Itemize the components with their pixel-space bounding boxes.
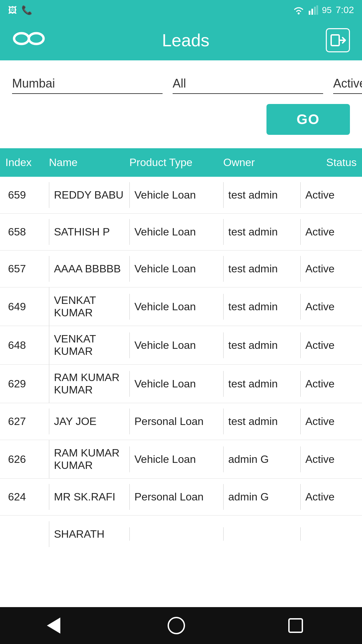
cell-name: SATHISH P xyxy=(49,219,129,245)
type-input[interactable] xyxy=(173,74,323,94)
table-row[interactable]: 627 JAY JOE Personal Loan test admin Act… xyxy=(0,403,362,440)
city-input[interactable] xyxy=(12,74,163,94)
cell-name: REDDY BABU xyxy=(49,182,129,208)
table-body: 659 REDDY BABU Vehicle Loan test admin A… xyxy=(0,177,362,607)
header-owner: Owner xyxy=(223,156,300,169)
header-name: Name xyxy=(49,156,129,169)
wifi-icon xyxy=(293,5,305,15)
table-row[interactable]: 657 AAAA BBBBB Vehicle Loan test admin A… xyxy=(0,251,362,287)
cell-name: JAY JOE xyxy=(49,409,129,434)
filter-row xyxy=(12,74,350,94)
cell-status: Active xyxy=(300,219,357,245)
status-bar-right: 95 7:02 xyxy=(293,5,354,15)
cell-owner: admin G xyxy=(223,484,300,510)
cell-product-type: Vehicle Loan xyxy=(129,294,223,320)
bottom-navigation xyxy=(0,607,362,644)
status-bar: 🖼 📞 95 7:02 xyxy=(0,0,362,20)
go-button[interactable]: GO xyxy=(266,104,350,135)
filter-section: GO xyxy=(0,60,362,148)
cell-name: AAAA BBBBB xyxy=(49,256,129,282)
back-button[interactable] xyxy=(47,618,74,634)
cell-status: Active xyxy=(300,256,357,282)
svg-rect-7 xyxy=(331,35,339,46)
cell-index: 657 xyxy=(5,256,49,282)
battery-level: 95 xyxy=(322,5,332,15)
app-bar: Leads xyxy=(0,20,362,60)
cell-index: 649 xyxy=(5,294,49,320)
image-icon: 🖼 xyxy=(8,5,17,15)
recents-button[interactable] xyxy=(288,618,315,633)
cell-index: 624 xyxy=(5,484,49,510)
signal-icon xyxy=(309,5,318,15)
cell-product-type xyxy=(129,527,223,541)
cell-owner: test admin xyxy=(223,371,300,397)
cell-status: Active xyxy=(300,371,357,397)
logout-button[interactable] xyxy=(326,28,350,52)
cell-product-type: Vehicle Loan xyxy=(129,332,223,358)
cell-status: Active xyxy=(300,294,357,320)
cell-status: Active xyxy=(300,332,357,358)
cell-owner: admin G xyxy=(223,446,300,472)
cell-owner: test admin xyxy=(223,409,300,434)
page-title: Leads xyxy=(162,30,209,50)
time-display: 7:02 xyxy=(336,5,354,15)
svg-point-0 xyxy=(298,12,300,14)
svg-rect-4 xyxy=(316,5,318,15)
status-filter xyxy=(333,74,362,94)
cell-owner: test admin xyxy=(223,332,300,358)
logout-icon xyxy=(330,32,346,48)
svg-rect-2 xyxy=(311,9,313,15)
cell-status: Active xyxy=(300,446,357,472)
table-row[interactable]: 648 VENKATKUMAR Vehicle Loan test admin … xyxy=(0,326,362,365)
cell-name: RAM KUMARKUMAR xyxy=(49,440,129,478)
cell-index: 626 xyxy=(5,446,49,472)
cell-status: Active xyxy=(300,182,357,208)
table-row[interactable]: 659 REDDY BABU Vehicle Loan test admin A… xyxy=(0,177,362,214)
home-button[interactable] xyxy=(168,617,194,634)
cell-owner: test admin xyxy=(223,294,300,320)
cell-product-type: Vehicle Loan xyxy=(129,219,223,245)
home-icon xyxy=(168,617,185,634)
cell-index: 659 xyxy=(5,182,49,208)
cell-name: RAM KUMARKUMAR xyxy=(49,365,129,403)
cell-name: VENKATKUMAR xyxy=(49,326,129,364)
cell-index: 648 xyxy=(5,332,49,358)
table-row[interactable]: 649 VENKATKUMAR Vehicle Loan test admin … xyxy=(0,287,362,326)
cell-product-type: Vehicle Loan xyxy=(129,182,223,208)
table-header: Index Name Product Type Owner Status xyxy=(0,148,362,177)
cell-status xyxy=(300,527,357,541)
svg-rect-1 xyxy=(309,11,310,15)
table-row[interactable]: 658 SATHISH P Vehicle Loan test admin Ac… xyxy=(0,214,362,251)
cell-index xyxy=(5,527,49,541)
header-index: Index xyxy=(5,156,49,169)
cell-product-type: Personal Loan xyxy=(129,409,223,434)
cell-status: Active xyxy=(300,409,357,434)
type-filter xyxy=(173,74,323,94)
cell-index: 658 xyxy=(5,219,49,245)
cell-index: 629 xyxy=(5,371,49,397)
cell-owner: test admin xyxy=(223,182,300,208)
table-row[interactable]: 626 RAM KUMARKUMAR Vehicle Loan admin G … xyxy=(0,440,362,479)
phone-icon: 📞 xyxy=(21,5,32,15)
svg-rect-3 xyxy=(314,7,316,15)
cell-owner: test admin xyxy=(223,219,300,245)
cell-index: 627 xyxy=(5,409,49,434)
app-logo xyxy=(12,27,46,54)
status-input[interactable] xyxy=(333,74,362,94)
cell-owner: test admin xyxy=(223,256,300,282)
city-filter xyxy=(12,74,163,94)
cell-status: Active xyxy=(300,484,357,510)
recents-icon xyxy=(288,618,303,633)
cell-product-type: Vehicle Loan xyxy=(129,371,223,397)
table-row[interactable]: 629 RAM KUMARKUMAR Vehicle Loan test adm… xyxy=(0,365,362,403)
cell-name: SHARATH xyxy=(49,521,129,547)
header-product-type: Product Type xyxy=(129,156,223,169)
header-status: Status xyxy=(300,156,357,169)
table-row[interactable]: SHARATH xyxy=(0,516,362,552)
table-row[interactable]: 624 MR SK.RAFI Personal Loan admin G Act… xyxy=(0,479,362,516)
cell-name: MR SK.RAFI xyxy=(49,484,129,510)
cell-product-type: Vehicle Loan xyxy=(129,256,223,282)
status-bar-left: 🖼 📞 xyxy=(8,5,32,15)
go-row: GO xyxy=(12,104,350,135)
cell-product-type: Personal Loan xyxy=(129,484,223,510)
